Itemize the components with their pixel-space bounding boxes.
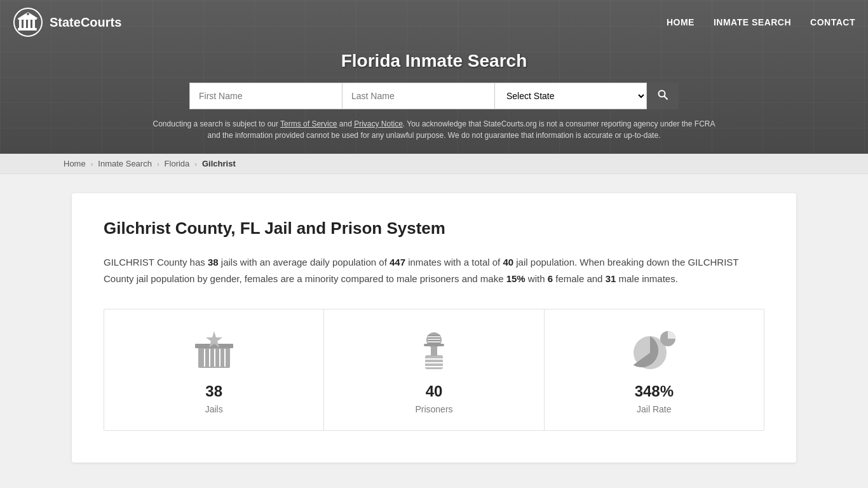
svg-point-9 <box>27 13 29 15</box>
desc-mid5: female and <box>553 273 606 284</box>
search-form: Select State Florida California Texas <box>13 83 855 109</box>
stat-jail-rate: 348% Jail Rate <box>545 309 764 430</box>
female-percent: 15% <box>506 273 526 284</box>
jail-rate-stat-label: Jail Rate <box>637 404 671 414</box>
stats-row: 38 Jails <box>104 309 764 431</box>
svg-rect-30 <box>431 347 437 356</box>
first-name-input[interactable] <box>189 83 342 109</box>
breadcrumb-county: Gilchrist <box>202 159 236 168</box>
search-icon <box>658 90 668 100</box>
breadcrumb-inmate-search[interactable]: Inmate Search <box>98 159 152 168</box>
jails-count: 38 <box>208 257 219 268</box>
desc-end: male inmates. <box>616 273 678 284</box>
nav-inmate-search[interactable]: INMATE SEARCH <box>714 17 791 27</box>
svg-rect-5 <box>18 28 37 29</box>
prisoners-stat-label: Prisoners <box>415 404 452 414</box>
county-description: GILCHRIST County has 38 jails with an av… <box>104 254 764 287</box>
content-card: Gilchrist County, FL Jail and Prison Sys… <box>72 193 796 463</box>
desc-mid2: inmates with a total of <box>405 257 503 268</box>
header-content: Florida Inmate Search Select State Flori… <box>0 44 868 154</box>
svg-rect-7 <box>18 18 37 20</box>
desc-mid4: with <box>526 273 548 284</box>
disclaimer-text: Conducting a search is subject to our Te… <box>148 118 720 141</box>
total-population: 40 <box>503 257 513 268</box>
breadcrumb-home[interactable]: Home <box>64 159 86 168</box>
svg-rect-4 <box>32 20 35 29</box>
page-title: Florida Inmate Search <box>13 51 855 71</box>
breadcrumb: Home › Inmate Search › Florida › Gilchri… <box>0 154 868 174</box>
jail-rate-icon <box>628 329 679 373</box>
state-select[interactable]: Select State Florida California Texas <box>494 83 647 109</box>
site-header: StateCourts HOME INMATE SEARCH CONTACT F… <box>0 0 868 154</box>
nav-home[interactable]: HOME <box>667 17 695 27</box>
prisoners-stat-number: 40 <box>426 383 443 400</box>
breadcrumb-sep-3: › <box>194 160 197 168</box>
jail-icon <box>189 329 240 373</box>
svg-rect-6 <box>18 29 37 30</box>
svg-line-11 <box>665 97 668 100</box>
site-logo-icon <box>13 7 43 37</box>
site-name: StateCourts <box>50 15 121 30</box>
main-content: Gilchrist County, FL Jail and Prison Sys… <box>59 174 809 482</box>
jail-rate-stat-number: 348% <box>635 383 674 400</box>
stat-prisoners: 40 Prisoners <box>324 309 544 430</box>
svg-rect-2 <box>24 20 26 29</box>
search-button[interactable] <box>647 83 679 109</box>
logo-link[interactable]: StateCourts <box>13 7 121 37</box>
county-title: Gilchrist County, FL Jail and Prison Sys… <box>104 219 764 238</box>
breadcrumb-sep-2: › <box>157 160 159 168</box>
jails-stat-number: 38 <box>205 383 222 400</box>
privacy-link[interactable]: Privacy Notice <box>354 119 403 128</box>
nav-links: HOME INMATE SEARCH CONTACT <box>667 17 855 27</box>
svg-rect-1 <box>19 20 22 29</box>
terms-link[interactable]: Terms of Service <box>280 119 337 128</box>
nav-contact[interactable]: CONTACT <box>810 17 855 27</box>
desc-mid1: jails with an average daily population o… <box>219 257 390 268</box>
prisoner-icon <box>409 329 459 373</box>
female-count: 6 <box>548 273 553 284</box>
male-count: 31 <box>606 273 616 284</box>
svg-rect-21 <box>424 344 444 346</box>
desc-intro: GILCHRIST County has <box>104 257 208 268</box>
avg-population: 447 <box>390 257 405 268</box>
breadcrumb-state[interactable]: Florida <box>165 159 190 168</box>
navigation: StateCourts HOME INMATE SEARCH CONTACT <box>0 0 868 44</box>
stat-jails: 38 Jails <box>104 309 324 430</box>
svg-rect-3 <box>28 20 31 29</box>
svg-rect-18 <box>195 344 233 348</box>
last-name-input[interactable] <box>342 83 494 109</box>
breadcrumb-sep-1: › <box>91 160 93 168</box>
jails-stat-label: Jails <box>205 404 223 414</box>
